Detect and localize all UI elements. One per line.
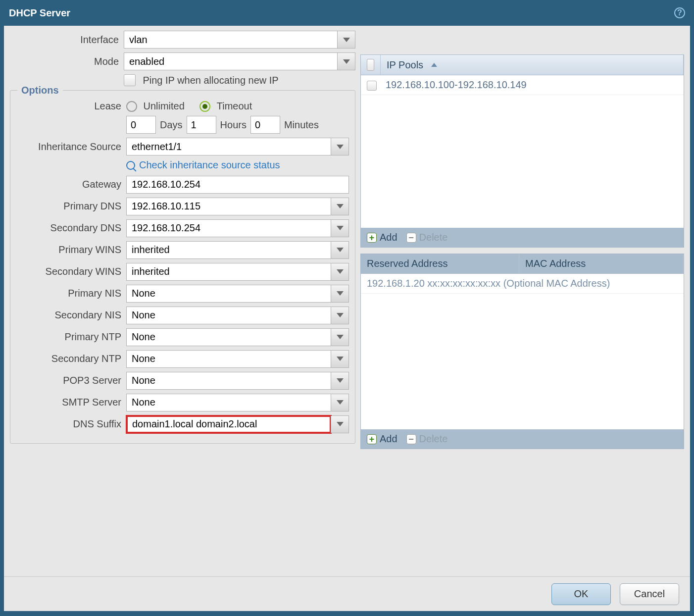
chevron-down-icon xyxy=(337,422,344,426)
minus-icon: − xyxy=(406,434,416,444)
inheritance-source-label: Inheritance Source xyxy=(16,141,126,153)
inheritance-source-dropdown-button[interactable] xyxy=(331,138,348,155)
dialog-footer: OK Cancel xyxy=(4,576,690,611)
primary-dns-input[interactable] xyxy=(127,198,331,215)
secondary-wins-combo[interactable] xyxy=(126,263,349,281)
secondary-dns-input[interactable] xyxy=(127,220,331,237)
ip-pools-delete-button[interactable]: −Delete xyxy=(406,232,448,243)
radio-dot-icon xyxy=(202,104,207,109)
secondary-nis-combo[interactable] xyxy=(126,307,349,324)
sort-asc-icon xyxy=(431,63,437,67)
hours-input[interactable] xyxy=(187,116,216,134)
secondary-nis-dropdown-button[interactable] xyxy=(331,307,348,324)
primary-wins-combo[interactable] xyxy=(126,241,349,259)
secondary-ntp-combo[interactable] xyxy=(126,350,349,368)
hours-label: Hours xyxy=(220,119,247,131)
pop3-dropdown-button[interactable] xyxy=(331,372,348,389)
ip-pool-range: 192.168.10.100-192.168.10.149 xyxy=(381,79,678,91)
chevron-down-icon xyxy=(337,269,344,274)
secondary-dns-dropdown-button[interactable] xyxy=(331,220,348,237)
lease-unlimited-label: Unlimited xyxy=(143,101,184,111)
secondary-ntp-dropdown-button[interactable] xyxy=(331,351,348,367)
mode-label: Mode xyxy=(10,56,124,67)
dns-suffix-combo[interactable] xyxy=(126,415,349,433)
primary-nis-dropdown-button[interactable] xyxy=(331,285,348,302)
primary-ntp-combo[interactable] xyxy=(126,328,349,346)
primary-dns-dropdown-button[interactable] xyxy=(331,198,348,215)
ip-pools-row[interactable]: 192.168.10.100-192.168.10.149 xyxy=(361,75,684,95)
chevron-down-icon xyxy=(337,248,344,252)
ip-pools-header-text: IP Pools xyxy=(387,59,423,71)
right-column: IP Pools 192.168.10.100-192.168.10.149 +… xyxy=(360,54,684,579)
secondary-ntp-input[interactable] xyxy=(127,351,331,367)
chevron-down-icon xyxy=(337,335,344,339)
ok-button[interactable]: OK xyxy=(551,583,611,605)
reserved-body: 192.168.1.20 xx:xx:xx:xx:xx:xx (Optional… xyxy=(361,274,684,429)
mode-dropdown-button[interactable] xyxy=(337,53,355,70)
left-column: Interface Mode Ping IP when allocating n… xyxy=(10,31,355,579)
help-icon[interactable]: ? xyxy=(674,7,685,18)
dns-suffix-input[interactable] xyxy=(127,416,331,433)
mode-input[interactable] xyxy=(124,53,337,70)
chevron-down-icon xyxy=(337,313,344,317)
ip-pools-add-button[interactable]: +Add xyxy=(367,232,397,243)
secondary-wins-dropdown-button[interactable] xyxy=(331,263,348,280)
secondary-dns-combo[interactable] xyxy=(126,219,349,237)
reserved-delete-button[interactable]: −Delete xyxy=(406,433,448,445)
smtp-dropdown-button[interactable] xyxy=(331,394,348,411)
gateway-input[interactable] xyxy=(126,176,349,194)
primary-nis-label: Primary NIS xyxy=(16,288,126,299)
check-inheritance-link[interactable]: Check inheritance source status xyxy=(126,159,280,171)
minutes-label: Minutes xyxy=(284,119,319,131)
reserved-grid: Reserved Address MAC Address 192.168.1.2… xyxy=(360,254,684,449)
primary-ntp-input[interactable] xyxy=(127,329,331,346)
reserved-header: Reserved Address MAC Address xyxy=(361,254,684,274)
minutes-input[interactable] xyxy=(250,116,280,134)
mac-address-header[interactable]: MAC Address xyxy=(519,254,684,273)
pop3-input[interactable] xyxy=(127,372,331,389)
interface-input[interactable] xyxy=(124,31,337,48)
main-panel: Interface Mode Ping IP when allocating n… xyxy=(4,26,690,585)
chevron-down-icon xyxy=(337,226,344,230)
ip-pools-actions: +Add −Delete xyxy=(361,228,684,247)
mode-combo[interactable] xyxy=(124,52,355,70)
interface-combo[interactable] xyxy=(124,31,355,49)
options-fieldset: Options Lease Unlimited Timeout Days xyxy=(10,90,355,444)
chevron-down-icon xyxy=(337,400,344,405)
days-input[interactable] xyxy=(126,116,156,134)
primary-nis-input[interactable] xyxy=(127,285,331,302)
ip-pool-row-checkbox[interactable] xyxy=(367,81,377,91)
options-legend: Options xyxy=(17,85,63,96)
primary-wins-dropdown-button[interactable] xyxy=(331,242,348,258)
primary-nis-combo[interactable] xyxy=(126,285,349,303)
ip-pools-select-all-checkbox[interactable] xyxy=(367,59,374,71)
smtp-input[interactable] xyxy=(127,394,331,411)
inheritance-source-input[interactable] xyxy=(127,138,331,155)
chevron-down-icon xyxy=(337,291,344,296)
ip-pools-header-label[interactable]: IP Pools xyxy=(381,55,684,75)
cancel-button[interactable]: Cancel xyxy=(620,583,679,605)
ping-ip-label: Ping IP when allocating new IP xyxy=(143,75,278,86)
lease-unlimited-radio[interactable] xyxy=(126,101,137,112)
ping-ip-checkbox[interactable] xyxy=(124,74,136,86)
reserved-address-header[interactable]: Reserved Address xyxy=(361,254,519,273)
ip-pools-header: IP Pools xyxy=(361,55,684,75)
interface-label: Interface xyxy=(10,34,124,46)
smtp-combo[interactable] xyxy=(126,394,349,411)
chevron-down-icon xyxy=(337,378,344,383)
primary-ntp-label: Primary NTP xyxy=(16,331,126,343)
interface-dropdown-button[interactable] xyxy=(337,31,355,48)
inheritance-source-combo[interactable] xyxy=(126,138,349,155)
secondary-nis-input[interactable] xyxy=(127,307,331,324)
plus-icon: + xyxy=(367,434,377,444)
primary-wins-input[interactable] xyxy=(127,242,331,258)
secondary-wins-input[interactable] xyxy=(127,263,331,280)
pop3-combo[interactable] xyxy=(126,372,349,390)
primary-dns-combo[interactable] xyxy=(126,198,349,215)
secondary-nis-label: Secondary NIS xyxy=(16,309,126,321)
reserved-add-button[interactable]: +Add xyxy=(367,433,397,445)
primary-ntp-dropdown-button[interactable] xyxy=(331,329,348,346)
dns-suffix-dropdown-button[interactable] xyxy=(331,416,348,433)
lease-timeout-radio[interactable] xyxy=(199,101,210,112)
chevron-down-icon xyxy=(343,38,350,42)
